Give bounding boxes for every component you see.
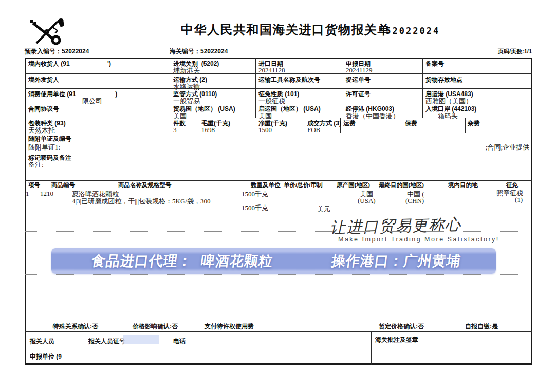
field-license-no-label: 许可证号 bbox=[346, 90, 371, 99]
field-bill-no-label: 提运单号 bbox=[346, 76, 371, 84]
grid-line bbox=[25, 88, 532, 89]
goods-item-qty: 1500千克 bbox=[242, 190, 268, 199]
confirm-provisional-price: 暂定价格确认:否 bbox=[379, 322, 424, 331]
goods-header-exemption: 征免 bbox=[506, 181, 518, 189]
goods-header-price-currency: 单价/总价/币制 bbox=[284, 181, 322, 189]
field-transaction-mode-value: FOB bbox=[307, 126, 320, 134]
confirm-self-declare: 自报自缴:是 bbox=[465, 322, 498, 331]
grid-line bbox=[25, 180, 532, 181]
goods-header-name-spec: 商品名称及规格型号 bbox=[118, 181, 172, 189]
grid-line bbox=[170, 58, 170, 133]
field-import-date-value: 20241128 bbox=[258, 66, 285, 74]
goods-item-exemption-code: (1) bbox=[515, 196, 523, 204]
field-consumer-unit-label: 消费使用单位 (91 ) bbox=[28, 90, 117, 99]
banner-right-text: 操作港口：广州黄埔 bbox=[330, 252, 462, 270]
field-freight-label: 运费 bbox=[343, 119, 356, 128]
grid-line bbox=[422, 58, 423, 118]
goods-header-qty-unit: 数量及单位 bbox=[251, 181, 281, 189]
field-consignee-label: 境内收货人 (91 ') bbox=[28, 60, 111, 68]
grid-line bbox=[402, 118, 402, 133]
pre-entry-number: 预录入编号：52022024 bbox=[25, 47, 89, 56]
field-entry-port-value: 箱码头 bbox=[438, 111, 458, 121]
grid-line bbox=[252, 118, 252, 133]
field-misc-fees-label: 杂费 bbox=[468, 119, 480, 128]
field-declare-date-value: 20241129 bbox=[346, 66, 373, 74]
goods-item-origin-code: (USA) bbox=[358, 197, 376, 205]
field-gross-weight-value: 1698 bbox=[201, 126, 215, 134]
field-entry-customs-value: 埔新港关 bbox=[173, 66, 200, 76]
goods-item-qty2: 1500千克 bbox=[242, 203, 268, 213]
grid-line bbox=[255, 58, 256, 118]
field-attached-docs-label: 随附单证及编号 bbox=[28, 135, 71, 143]
grid-line bbox=[198, 118, 198, 133]
field-attached-docs-right: ;合同;企业提供 bbox=[486, 143, 529, 152]
dotted-separator bbox=[25, 318, 531, 318]
slogan-chinese: 让进口贸易更称心 bbox=[330, 214, 462, 239]
field-record-no-label: 备案号 bbox=[425, 60, 444, 68]
field-attached-docs-left: 随附单证1: bbox=[28, 143, 60, 152]
customs-declaration-document: 中华人民共和国海关进口货物报关单 *52022024 预录入编号：5202202… bbox=[0, 0, 555, 392]
goods-item-spec: 4|3|已研磨成团粒，干|||包装规格：5KG/袋，300 bbox=[72, 197, 210, 206]
declaration-serial: *52022024 bbox=[379, 26, 440, 36]
grid-line bbox=[465, 118, 466, 133]
goods-header-item-no: 项号 bbox=[28, 181, 40, 189]
redaction-box bbox=[123, 335, 159, 344]
dotted-separator bbox=[25, 253, 531, 253]
grid-line bbox=[305, 118, 305, 133]
page-count: 页码/页数:1/1 bbox=[498, 48, 532, 55]
field-pieces-value: 3 bbox=[173, 126, 177, 134]
confirm-price-influence: 价格影响确认:否 bbox=[133, 322, 178, 331]
goods-header-destination-country: 最终目的国(地区) bbox=[379, 181, 424, 189]
page-title: 中华人民共和国海关进口货物报关单 bbox=[181, 22, 391, 38]
customs-notes-label: 海关批注及签章 bbox=[375, 335, 418, 344]
field-contract-no-label: 合同协议号 bbox=[28, 105, 59, 114]
field-transport-name-label: 运输工具名称及航次号 bbox=[258, 76, 320, 84]
declare-unit-label: 申报单位 (9 bbox=[30, 352, 62, 361]
phone-label: 电话 bbox=[173, 337, 186, 346]
field-storage-place-label: 货物存放地点 bbox=[425, 76, 462, 84]
grid-line bbox=[25, 209, 532, 209]
confirm-royalty-fee: 支付特许权使用费 bbox=[205, 322, 254, 331]
field-insurance-label: 保费 bbox=[405, 119, 417, 128]
goods-header-origin: 原产国(地区) bbox=[337, 181, 370, 189]
field-net-weight-value: 1500 bbox=[258, 126, 272, 134]
agent-label: 报关人员 bbox=[30, 337, 54, 346]
dotted-separator bbox=[25, 296, 531, 296]
confirm-special-relation: 特殊关系确认:否 bbox=[53, 322, 98, 331]
dotted-separator bbox=[25, 231, 531, 232]
goods-item-currency: 美元 bbox=[317, 204, 330, 214]
agent-id-label: 报关人员证号 bbox=[88, 337, 125, 346]
grid-line bbox=[371, 331, 372, 365]
grid-line bbox=[25, 152, 532, 152]
promo-banner: 食品进口代理： 啤酒花颗粒 操作港口：广州黄埔 bbox=[51, 248, 496, 274]
goods-item-code: 1210 bbox=[40, 190, 53, 198]
customs-number: 海关编号：52022024 bbox=[170, 47, 228, 56]
customs-emblem-icon bbox=[28, 16, 64, 46]
goods-item-destination-code: (CHN) bbox=[405, 197, 424, 205]
field-package-type-value: 天然木托 bbox=[28, 126, 55, 135]
grid-line bbox=[343, 58, 343, 118]
field-marks-note: 备注: bbox=[28, 160, 44, 170]
goods-header-domestic-destination: 境内目的地 bbox=[448, 181, 478, 189]
dotted-separator bbox=[25, 274, 531, 275]
banner-left-text: 食品进口代理： 啤酒花颗粒 bbox=[90, 252, 274, 270]
grid-line bbox=[25, 133, 532, 133]
grid-line bbox=[25, 331, 532, 332]
field-consumer-unit-value: 限公司 bbox=[82, 97, 102, 106]
goods-header-code: 商品编号 bbox=[51, 181, 75, 189]
slogan-english: Make Import Trading More Satisfactory! bbox=[338, 236, 499, 243]
slogan-tick-mark bbox=[323, 219, 323, 235]
field-overseas-shipper-label: 境外发货人 bbox=[28, 76, 59, 84]
goods-item-no: 1 bbox=[26, 190, 29, 198]
